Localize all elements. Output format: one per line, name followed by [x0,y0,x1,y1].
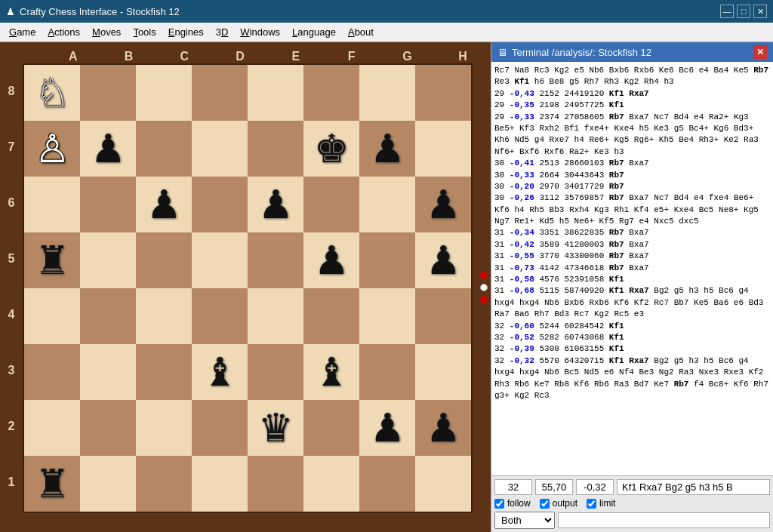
cell-a5[interactable]: ♜ [24,232,80,288]
cell-h4[interactable] [415,288,471,344]
cell-d7[interactable] [192,121,248,177]
cell-d4[interactable] [192,288,248,344]
cell-c3[interactable] [136,344,192,400]
cell-h5[interactable]: ♟ [415,232,471,288]
cell-g7[interactable]: ♟ [359,121,415,177]
terminal-output[interactable]: Rc7 Na8 Rc3 Kg2 e5 Nb6 Bxb6 Rxb6 Ke6 Bc6… [491,62,773,475]
menu-windows[interactable]: Windows [234,25,286,39]
command-input[interactable] [558,512,770,528]
col-a: A [45,50,101,63]
menu-moves[interactable]: Moves [86,25,127,39]
follow-label: follow [507,498,531,509]
terminal-close-button[interactable]: ✕ [753,45,767,59]
cell-e2[interactable]: ♛ [248,400,303,456]
cell-b3[interactable] [80,344,136,400]
maximize-button[interactable]: □ [737,5,750,18]
follow-checkbox[interactable] [494,499,504,509]
cell-b1[interactable] [80,456,136,512]
cell-c8[interactable] [136,65,192,121]
menu-3d[interactable]: 3D [210,25,235,39]
follow-checkbox-label[interactable]: follow [494,498,531,509]
cell-g1[interactable] [359,456,415,512]
rank-8: 8 [0,63,23,119]
cell-c7[interactable] [136,121,192,177]
cell-d3[interactable]: ♝ [192,344,248,400]
cell-e4[interactable] [248,288,303,344]
menu-tools[interactable]: Tools [127,25,162,39]
cell-b4[interactable] [80,288,136,344]
cell-g6[interactable] [359,177,415,232]
cell-f2[interactable] [303,400,359,456]
cell-h7[interactable] [415,121,471,177]
cell-a8[interactable]: ♘ [24,65,80,121]
cell-e5[interactable] [248,232,303,288]
cell-c1[interactable] [136,456,192,512]
cell-e1[interactable] [248,456,303,512]
cell-f6[interactable] [303,177,359,232]
terminal-line: 30 -0,26 3112 35769857 Rb7 Bxa7 Nc7 Bd4 … [494,192,770,227]
cell-h2[interactable]: ♟ [415,400,471,456]
cell-b6[interactable] [80,177,136,232]
menu-engines[interactable]: Engines [162,25,210,39]
cell-g8[interactable] [359,65,415,121]
cell-e6[interactable]: ♟ [248,177,303,232]
cell-d1[interactable] [192,456,248,512]
cell-d8[interactable] [192,65,248,121]
piece-f7: ♚ [314,129,350,168]
cell-a4[interactable] [24,288,80,344]
piece-d3: ♝ [202,352,238,392]
cell-g5[interactable] [359,232,415,288]
chess-board[interactable]: ♘♙♟♚♟♟♟♟♜♟♟♝♝♛♟♟♜ [23,63,473,513]
menu-bar: Game Actions Moves Tools Engines 3D Wind… [0,23,773,42]
cell-f8[interactable] [303,65,359,121]
cell-h6[interactable]: ♟ [415,177,471,232]
cell-h3[interactable] [415,344,471,400]
cell-f1[interactable] [303,456,359,512]
cell-b8[interactable] [80,65,136,121]
cell-a3[interactable] [24,344,80,400]
cell-c6[interactable]: ♟ [136,177,192,232]
cell-g3[interactable] [359,344,415,400]
cell-d2[interactable] [192,400,248,456]
cell-f7[interactable]: ♚ [303,121,359,177]
cell-h1[interactable] [415,456,471,512]
output-checkbox-label[interactable]: output [540,498,577,509]
cell-b7[interactable]: ♟ [80,121,136,177]
cell-h8[interactable] [415,65,471,121]
terminal-line: 29 -0,33 2374 27058605 Rb7 Bxa7 Nc7 Bd4 … [494,112,770,158]
terminal-line: 31 -0,68 5115 58740920 Kf1 Rxa7 Bg2 g5 h… [494,285,770,320]
cell-a2[interactable] [24,400,80,456]
cell-c5[interactable] [136,232,192,288]
cell-e3[interactable] [248,344,303,400]
cell-c2[interactable] [136,400,192,456]
cell-a7[interactable]: ♙ [24,121,80,177]
menu-game[interactable]: Game [3,25,42,39]
cell-b2[interactable] [80,400,136,456]
menu-actions[interactable]: Actions [42,25,86,39]
cell-e7[interactable] [248,121,303,177]
menu-about[interactable]: About [342,25,380,39]
cell-d6[interactable] [192,177,248,232]
cell-f3[interactable]: ♝ [303,344,359,400]
cell-f5[interactable]: ♟ [303,232,359,288]
cell-g2[interactable]: ♟ [359,400,415,456]
player-select[interactable]: Both White Black [494,512,555,529]
cell-a1[interactable]: ♜ [24,456,80,512]
cell-d5[interactable] [192,232,248,288]
cell-g4[interactable] [359,288,415,344]
terminal-title-bar: 🖥 Terminal /analysis/: Stockfish 12 ✕ [491,42,773,62]
col-g: G [380,50,436,63]
cell-f4[interactable] [303,288,359,344]
cell-c4[interactable] [136,288,192,344]
cell-a6[interactable] [24,177,80,232]
limit-checkbox[interactable] [587,499,596,509]
cell-e8[interactable] [248,65,303,121]
close-button[interactable]: ✕ [753,5,767,18]
menu-language[interactable]: Language [286,25,342,39]
cell-b5[interactable] [80,232,136,288]
col-labels: A B C D E F G H [23,50,491,63]
output-checkbox[interactable] [540,499,550,509]
limit-checkbox-label[interactable]: limit [587,498,615,509]
minimize-button[interactable]: — [720,5,734,18]
rank-4: 4 [0,287,23,343]
